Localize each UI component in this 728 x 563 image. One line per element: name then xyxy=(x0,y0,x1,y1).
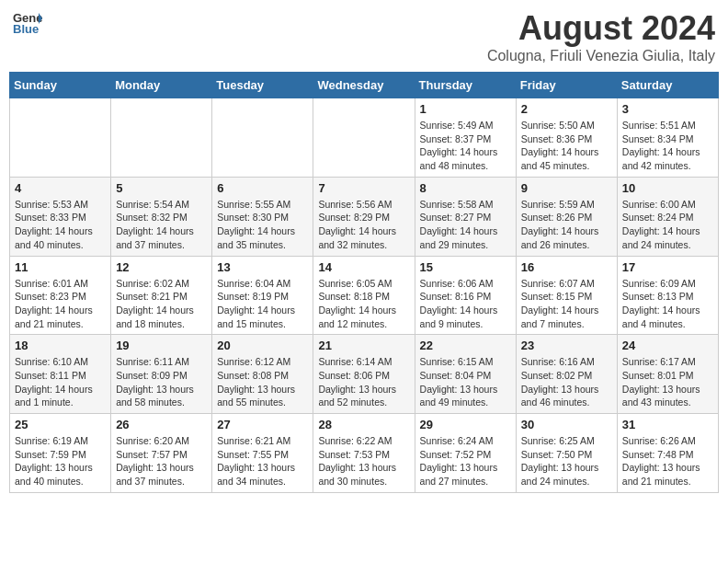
calendar-cell xyxy=(10,98,111,178)
day-info: Sunrise: 5:55 AM Sunset: 8:30 PM Dayligh… xyxy=(217,198,308,252)
column-header-tuesday: Tuesday xyxy=(212,73,313,98)
day-number: 9 xyxy=(521,181,612,195)
day-number: 30 xyxy=(521,418,612,431)
day-info: Sunrise: 5:49 AM Sunset: 8:37 PM Dayligh… xyxy=(420,119,511,173)
day-info: Sunrise: 6:12 AM Sunset: 8:08 PM Dayligh… xyxy=(217,355,308,409)
day-number: 12 xyxy=(116,260,207,274)
calendar-cell: 17Sunrise: 6:09 AM Sunset: 8:13 PM Dayli… xyxy=(617,256,718,335)
day-info: Sunrise: 6:04 AM Sunset: 8:19 PM Dayligh… xyxy=(217,277,308,331)
calendar-cell: 5Sunrise: 5:54 AM Sunset: 8:32 PM Daylig… xyxy=(111,177,212,256)
svg-text:Blue: Blue xyxy=(13,22,39,35)
day-number: 24 xyxy=(622,339,713,352)
calendar-cell: 13Sunrise: 6:04 AM Sunset: 8:19 PM Dayli… xyxy=(212,256,313,335)
day-info: Sunrise: 5:59 AM Sunset: 8:26 PM Dayligh… xyxy=(521,198,612,252)
day-info: Sunrise: 5:53 AM Sunset: 8:33 PM Dayligh… xyxy=(15,198,106,252)
calendar-cell: 31Sunrise: 6:26 AM Sunset: 7:48 PM Dayli… xyxy=(617,414,718,493)
calendar-cell: 9Sunrise: 5:59 AM Sunset: 8:26 PM Daylig… xyxy=(516,177,617,256)
day-number: 3 xyxy=(622,102,713,116)
calendar-cell: 15Sunrise: 6:06 AM Sunset: 8:16 PM Dayli… xyxy=(415,256,516,335)
day-number: 6 xyxy=(217,181,308,195)
day-number: 11 xyxy=(15,260,106,274)
day-info: Sunrise: 6:20 AM Sunset: 7:57 PM Dayligh… xyxy=(116,434,207,488)
calendar-cell: 14Sunrise: 6:05 AM Sunset: 8:18 PM Dayli… xyxy=(313,256,415,335)
day-info: Sunrise: 6:07 AM Sunset: 8:15 PM Dayligh… xyxy=(521,277,612,331)
calendar-cell: 18Sunrise: 6:10 AM Sunset: 8:11 PM Dayli… xyxy=(10,335,111,414)
logo-icon: General Blue xyxy=(13,9,42,35)
calendar-cell: 11Sunrise: 6:01 AM Sunset: 8:23 PM Dayli… xyxy=(10,256,111,335)
day-number: 19 xyxy=(116,339,207,352)
day-number: 28 xyxy=(318,418,409,431)
day-number: 27 xyxy=(217,418,308,431)
calendar-week-row: 11Sunrise: 6:01 AM Sunset: 8:23 PM Dayli… xyxy=(10,256,719,335)
column-header-monday: Monday xyxy=(111,73,212,98)
day-info: Sunrise: 6:21 AM Sunset: 7:55 PM Dayligh… xyxy=(217,434,308,488)
calendar-week-row: 25Sunrise: 6:19 AM Sunset: 7:59 PM Dayli… xyxy=(10,414,719,493)
day-info: Sunrise: 6:17 AM Sunset: 8:01 PM Dayligh… xyxy=(622,355,713,409)
column-header-saturday: Saturday xyxy=(617,73,718,98)
calendar-cell: 1Sunrise: 5:49 AM Sunset: 8:37 PM Daylig… xyxy=(415,98,516,178)
calendar-cell: 25Sunrise: 6:19 AM Sunset: 7:59 PM Dayli… xyxy=(10,414,111,493)
calendar-cell: 2Sunrise: 5:50 AM Sunset: 8:36 PM Daylig… xyxy=(516,98,617,178)
calendar-cell: 19Sunrise: 6:11 AM Sunset: 8:09 PM Dayli… xyxy=(111,335,212,414)
day-number: 5 xyxy=(116,181,207,195)
day-info: Sunrise: 5:51 AM Sunset: 8:34 PM Dayligh… xyxy=(622,119,713,173)
column-header-thursday: Thursday xyxy=(415,73,516,98)
calendar-cell: 23Sunrise: 6:16 AM Sunset: 8:02 PM Dayli… xyxy=(516,335,617,414)
day-number: 21 xyxy=(318,339,409,352)
day-number: 2 xyxy=(521,102,612,116)
day-number: 25 xyxy=(15,418,106,431)
day-number: 1 xyxy=(420,102,511,116)
calendar-cell: 4Sunrise: 5:53 AM Sunset: 8:33 PM Daylig… xyxy=(10,177,111,256)
day-info: Sunrise: 6:22 AM Sunset: 7:53 PM Dayligh… xyxy=(318,434,409,488)
header: General Blue August 2024 Colugna, Friuli… xyxy=(9,9,719,64)
day-info: Sunrise: 6:00 AM Sunset: 8:24 PM Dayligh… xyxy=(622,198,713,252)
day-info: Sunrise: 5:54 AM Sunset: 8:32 PM Dayligh… xyxy=(116,198,207,252)
calendar-week-row: 1Sunrise: 5:49 AM Sunset: 8:37 PM Daylig… xyxy=(10,98,719,178)
day-info: Sunrise: 6:06 AM Sunset: 8:16 PM Dayligh… xyxy=(420,277,511,331)
day-number: 18 xyxy=(15,339,106,352)
day-info: Sunrise: 6:05 AM Sunset: 8:18 PM Dayligh… xyxy=(318,277,409,331)
calendar-cell: 28Sunrise: 6:22 AM Sunset: 7:53 PM Dayli… xyxy=(313,414,415,493)
calendar-week-row: 4Sunrise: 5:53 AM Sunset: 8:33 PM Daylig… xyxy=(10,177,719,256)
day-info: Sunrise: 6:02 AM Sunset: 8:21 PM Dayligh… xyxy=(116,277,207,331)
day-number: 22 xyxy=(420,339,511,352)
day-info: Sunrise: 6:19 AM Sunset: 7:59 PM Dayligh… xyxy=(15,434,106,488)
calendar-cell: 6Sunrise: 5:55 AM Sunset: 8:30 PM Daylig… xyxy=(212,177,313,256)
day-info: Sunrise: 6:14 AM Sunset: 8:06 PM Dayligh… xyxy=(318,355,409,409)
day-info: Sunrise: 6:09 AM Sunset: 8:13 PM Dayligh… xyxy=(622,277,713,331)
calendar-cell: 8Sunrise: 5:58 AM Sunset: 8:27 PM Daylig… xyxy=(415,177,516,256)
day-number: 29 xyxy=(420,418,511,431)
calendar-cell: 10Sunrise: 6:00 AM Sunset: 8:24 PM Dayli… xyxy=(617,177,718,256)
day-number: 31 xyxy=(622,418,713,431)
calendar-cell: 7Sunrise: 5:56 AM Sunset: 8:29 PM Daylig… xyxy=(313,177,415,256)
day-number: 15 xyxy=(420,260,511,274)
calendar-cell: 29Sunrise: 6:24 AM Sunset: 7:52 PM Dayli… xyxy=(415,414,516,493)
calendar-cell xyxy=(313,98,415,178)
calendar-cell: 3Sunrise: 5:51 AM Sunset: 8:34 PM Daylig… xyxy=(617,98,718,178)
calendar-cell: 16Sunrise: 6:07 AM Sunset: 8:15 PM Dayli… xyxy=(516,256,617,335)
page-title: August 2024 xyxy=(487,9,715,48)
calendar-cell: 27Sunrise: 6:21 AM Sunset: 7:55 PM Dayli… xyxy=(212,414,313,493)
day-info: Sunrise: 5:50 AM Sunset: 8:36 PM Dayligh… xyxy=(521,119,612,173)
day-number: 20 xyxy=(217,339,308,352)
day-info: Sunrise: 6:16 AM Sunset: 8:02 PM Dayligh… xyxy=(521,355,612,409)
day-info: Sunrise: 5:56 AM Sunset: 8:29 PM Dayligh… xyxy=(318,198,409,252)
day-number: 4 xyxy=(15,181,106,195)
calendar-cell: 24Sunrise: 6:17 AM Sunset: 8:01 PM Dayli… xyxy=(617,335,718,414)
calendar-cell xyxy=(212,98,313,178)
calendar-header-row: SundayMondayTuesdayWednesdayThursdayFrid… xyxy=(10,73,719,98)
day-number: 16 xyxy=(521,260,612,274)
calendar-cell: 30Sunrise: 6:25 AM Sunset: 7:50 PM Dayli… xyxy=(516,414,617,493)
day-info: Sunrise: 5:58 AM Sunset: 8:27 PM Dayligh… xyxy=(420,198,511,252)
day-info: Sunrise: 6:01 AM Sunset: 8:23 PM Dayligh… xyxy=(15,277,106,331)
calendar-cell: 22Sunrise: 6:15 AM Sunset: 8:04 PM Dayli… xyxy=(415,335,516,414)
calendar-cell: 26Sunrise: 6:20 AM Sunset: 7:57 PM Dayli… xyxy=(111,414,212,493)
calendar-cell: 21Sunrise: 6:14 AM Sunset: 8:06 PM Dayli… xyxy=(313,335,415,414)
day-info: Sunrise: 6:10 AM Sunset: 8:11 PM Dayligh… xyxy=(15,355,106,409)
title-area: August 2024 Colugna, Friuli Venezia Giul… xyxy=(487,9,715,64)
day-info: Sunrise: 6:25 AM Sunset: 7:50 PM Dayligh… xyxy=(521,434,612,488)
day-info: Sunrise: 6:24 AM Sunset: 7:52 PM Dayligh… xyxy=(420,434,511,488)
calendar-cell: 20Sunrise: 6:12 AM Sunset: 8:08 PM Dayli… xyxy=(212,335,313,414)
calendar-cell: 12Sunrise: 6:02 AM Sunset: 8:21 PM Dayli… xyxy=(111,256,212,335)
day-info: Sunrise: 6:15 AM Sunset: 8:04 PM Dayligh… xyxy=(420,355,511,409)
